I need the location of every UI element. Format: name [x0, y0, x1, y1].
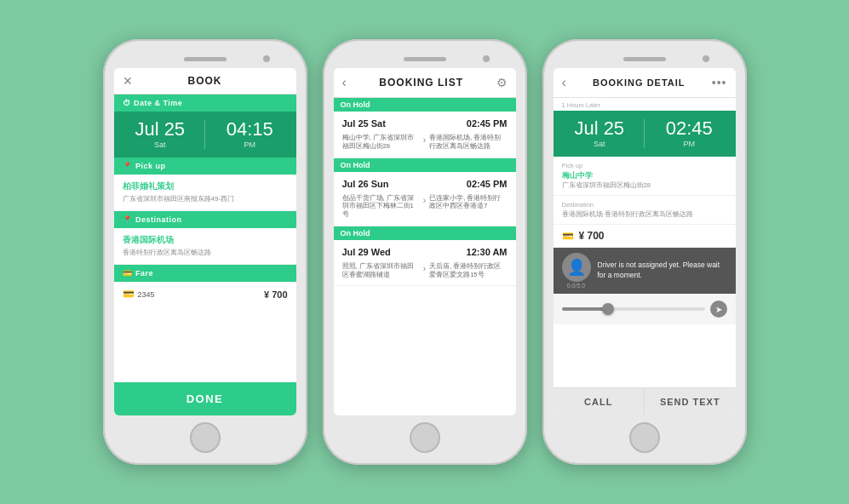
pickup-section-label: 📍 Pick up — [114, 158, 296, 175]
book-period: PM — [212, 140, 288, 149]
booking-to-2: 已连家小学, 香港特别行政区中西区香港道7 — [429, 194, 507, 211]
booking-from-1: 梅山中学, 广东省深圳市福田区梅山街28 — [342, 134, 420, 151]
destination-sub: 香港特别行政区离岛区畅达路 — [123, 248, 288, 257]
booking-item-1[interactable]: Jul 25 Sat 02:45 PM 梅山中学, 广东省深圳市福田区梅山街28… — [334, 112, 516, 158]
booking-time-3: 12:30 AM — [467, 247, 508, 257]
clock-icon: ⏱ — [123, 99, 131, 107]
slider-track[interactable] — [562, 307, 705, 311]
driver-info: Driver is not assigned yet. Please wait … — [598, 261, 727, 281]
detail-back-icon[interactable]: ‹ — [562, 75, 566, 90]
fare-row: 💳 2345 ¥ 700 — [114, 282, 296, 306]
detail-card-icon: 💳 — [562, 231, 574, 242]
slider-fill — [562, 307, 605, 311]
pickup-sub: 广东省深圳市福田区南报东路49-西门 — [123, 194, 288, 203]
phone1-screen: ✕ BOOK ⏱ Date & Time Jul 25 Sat 04:15 PM — [114, 68, 296, 415]
book-date: Jul 25 — [123, 120, 198, 139]
phone2-speaker — [404, 57, 446, 61]
arrow-icon-1: › — [423, 134, 426, 145]
nav-icon-button[interactable]: ➤ — [710, 301, 727, 318]
detail-pickup-label: Pick up — [562, 162, 727, 169]
booking-item-2[interactable]: Jul 26 Sun 02:45 PM 创品干货广场, 广东省深圳市福田区下梅林… — [334, 172, 516, 226]
arrow-icon-3: › — [423, 262, 426, 273]
date-block: Jul 25 Sat — [123, 120, 198, 149]
detail-date-block: Jul 25 Sat — [562, 119, 638, 148]
navigate-icon: ➤ — [715, 305, 722, 314]
phone1-home-button[interactable] — [190, 422, 221, 453]
detail-pickup-row: Pick up 梅山中学 广东省深圳市福田区梅山街28 — [554, 157, 736, 196]
booking-detail-header: ‹ BOOKING DETAIL ••• — [554, 68, 736, 98]
gear-icon[interactable]: ⚙ — [496, 76, 508, 89]
detail-day: Sat — [562, 140, 638, 148]
book-time: 04:15 — [212, 120, 288, 139]
booking-date-row-2: Jul 26 Sun 02:45 PM — [342, 179, 508, 189]
phone1-camera — [263, 55, 270, 62]
destination-section-label: 📍 Destination — [114, 211, 296, 228]
phones-container: ✕ BOOK ⏱ Date & Time Jul 25 Sat 04:15 PM — [86, 22, 764, 482]
close-icon[interactable]: ✕ — [123, 74, 133, 88]
phone3-home-button[interactable] — [629, 422, 660, 453]
datetime-section-label: ⏱ Date & Time — [114, 94, 296, 112]
booking-route-2: 创品干货广场, 广东省深圳市福田区下梅林二街1号 › 已连家小学, 香港特别行政… — [342, 194, 508, 219]
booking-date-1: Jul 25 Sat — [342, 118, 386, 129]
booking-route-1: 梅山中学, 广东省深圳市福田区梅山街28 › 香港国际机场, 香港特别行政区离岛… — [342, 134, 508, 151]
phone1-speaker — [184, 57, 227, 61]
phone3-camera — [703, 55, 709, 62]
back-icon[interactable]: ‹ — [342, 75, 347, 90]
destination-main: 香港国际机场 — [123, 235, 288, 246]
detail-divider — [644, 119, 645, 148]
detail-period: PM — [651, 140, 727, 148]
phone1-notch — [108, 49, 302, 68]
detail-date: Jul 25 — [562, 119, 638, 138]
fare-amount: ¥ 700 — [264, 289, 288, 300]
driver-avatar-container: 👤 0.0/5.0 — [562, 253, 591, 289]
phone-booking-list: ‹ BOOKING LIST ⚙ On Hold Jul 25 Sat 02:4… — [323, 39, 527, 465]
booking-item-3[interactable]: Jul 29 Wed 12:30 AM 照照, 广东省深圳市福田区香蜜湖路辅道 … — [334, 240, 516, 287]
booking-time-2: 02:45 PM — [467, 179, 508, 189]
detail-fare-row: 💳 ¥ 700 — [554, 225, 736, 248]
phone-booking-detail: ‹ BOOKING DETAIL ••• 1 Hours Later Jul 2… — [542, 39, 747, 465]
time-block: 04:15 PM — [212, 120, 288, 149]
fare-card: 💳 2345 — [123, 289, 155, 300]
detail-destination-addr: 香港国际机场 香港特别行政区离岛区畅达路 — [562, 210, 727, 219]
action-row: CALL SEND TEXT — [554, 387, 736, 415]
driver-avatar: 👤 — [562, 253, 591, 282]
datetime-row: Jul 25 Sat 04:15 PM — [114, 112, 296, 158]
booking-time-1: 02:45 PM — [467, 118, 508, 129]
pickup-content: 柏菲婚礼策划 广东省深圳市福田区南报东路49-西门 — [114, 175, 296, 211]
booking-detail-title: BOOKING DETAIL — [593, 77, 686, 88]
detail-pickup-main: 梅山中学 — [562, 171, 727, 181]
on-hold-label-1: On Hold — [334, 98, 516, 112]
datetime-divider — [204, 120, 205, 149]
detail-destination-row: Destination 香港国际机场 香港特别行政区离岛区畅达路 — [554, 196, 736, 225]
book-header: ✕ BOOK — [114, 68, 296, 94]
fare-section-label: 💳 Fare — [114, 265, 296, 282]
detail-fare-amount: ¥ 700 — [579, 230, 605, 242]
on-hold-label-3: On Hold — [334, 226, 516, 240]
destination-content: 香港国际机场 香港特别行政区离岛区畅达路 — [114, 228, 296, 265]
card-icon: 💳 — [123, 289, 135, 300]
detail-sublabel: 1 Hours Later — [554, 98, 736, 111]
driver-rating: 0.0/5.0 — [567, 283, 585, 289]
booking-date-2: Jul 26 Sun — [342, 179, 389, 189]
phone2-notch — [328, 49, 522, 68]
send-text-button[interactable]: SEND TEXT — [645, 387, 736, 415]
phone2-home-button[interactable] — [410, 422, 440, 453]
book-title: BOOK — [188, 75, 222, 87]
more-icon[interactable]: ••• — [712, 76, 727, 89]
booking-date-row-1: Jul 25 Sat 02:45 PM — [342, 118, 508, 129]
detail-datetime: Jul 25 Sat 02:45 PM — [554, 111, 736, 157]
phone3-notch — [548, 49, 742, 68]
slider-thumb[interactable] — [602, 303, 614, 315]
on-hold-label-2: On Hold — [334, 158, 516, 172]
driver-avatar-icon: 👤 — [567, 258, 586, 277]
phone3-screen: ‹ BOOKING DETAIL ••• 1 Hours Later Jul 2… — [554, 68, 736, 415]
fare-icon: 💳 — [123, 269, 133, 278]
phone3-speaker — [623, 57, 666, 61]
booking-to-3: 天后庙, 香港特别行政区爱青区爱文路15号 — [429, 262, 507, 279]
booking-list-title: BOOKING LIST — [379, 77, 463, 89]
phone2-camera — [483, 55, 490, 62]
detail-time-block: 02:45 PM — [651, 119, 727, 148]
done-button[interactable]: DONE — [114, 382, 296, 415]
call-button[interactable]: CALL — [554, 387, 645, 415]
booking-list-header: ‹ BOOKING LIST ⚙ — [334, 68, 516, 98]
